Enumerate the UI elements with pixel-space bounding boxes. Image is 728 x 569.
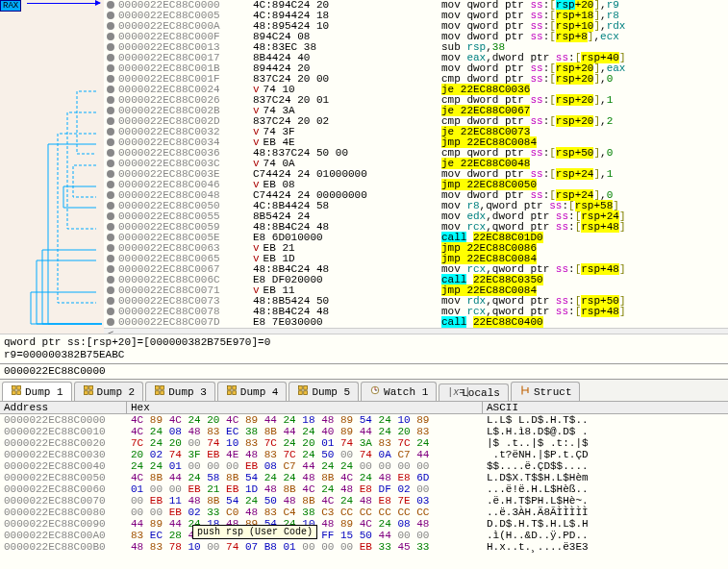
breakpoint-dot-icon[interactable] xyxy=(107,43,114,51)
breakpoint-dot-icon[interactable] xyxy=(107,64,114,72)
tab-dump-4[interactable]: Dump 4 xyxy=(217,382,288,401)
svg-rect-0 xyxy=(13,386,16,390)
dump-addr-cell: 0000022EC88C0090 xyxy=(0,518,127,530)
tab-label: Dump 2 xyxy=(97,386,136,398)
scroll-left-icon[interactable]: < xyxy=(104,329,117,334)
tab-label: Dump 1 xyxy=(25,386,63,398)
tab-label: Struct xyxy=(534,386,572,398)
current-address-label: 0000022EC88C0000 xyxy=(4,365,106,377)
svg-rect-2 xyxy=(13,391,16,395)
breakpoint-dot-icon[interactable] xyxy=(107,244,114,252)
breakpoint-dot-icon[interactable] xyxy=(107,138,114,146)
tab-watch-1[interactable]: Watch 1 xyxy=(361,382,437,401)
dump-hex-cell: 4C 24 08 48 83 EC 38 8B 44 24 40 89 44 2… xyxy=(127,426,483,437)
breakpoint-dot-icon[interactable] xyxy=(107,86,114,93)
breakpoint-dot-icon[interactable] xyxy=(107,96,114,104)
disassembly-table[interactable]: 0000022EC88C0000 4C:894C24 20mov qword p… xyxy=(104,0,728,334)
dump-row[interactable]: 0000022EC88C00A083 EC 28 48 8B 0D 26 44 … xyxy=(0,530,728,541)
breakpoint-dot-icon[interactable] xyxy=(107,22,114,30)
breakpoint-dot-icon[interactable] xyxy=(107,75,114,83)
breakpoint-dot-icon[interactable] xyxy=(107,54,114,62)
breakpoint-dot-icon[interactable] xyxy=(107,255,114,262)
dump-row[interactable]: 0000022EC88C006001 00 00 EB 21 EB 1D 48 … xyxy=(0,483,728,495)
disassembly-panel: RAX 0000022EC88C0000 4C:894C24 20mov qwo… xyxy=(0,0,728,334)
svg-rect-7 xyxy=(88,391,92,395)
info-line-2: r9=000000382B75EABC xyxy=(4,349,724,361)
dump-row[interactable]: 0000022EC88C009044 89 44 24 18 48 89 54 … xyxy=(0,518,728,530)
dump-row[interactable]: 0000022EC88C00104C 24 08 48 83 EC 38 8B … xyxy=(0,426,728,437)
breakpoint-dot-icon[interactable] xyxy=(107,223,114,231)
svg-rect-8 xyxy=(156,386,160,390)
dump-rows[interactable]: push rsp (User Code) 0000022EC88C00004C … xyxy=(0,414,728,553)
svg-rect-14 xyxy=(227,391,231,395)
dump-addr-cell: 0000022EC88C0050 xyxy=(0,472,127,483)
tab-locals[interactable]: |x=|Locals xyxy=(439,383,509,401)
breakpoint-dot-icon[interactable] xyxy=(107,202,114,210)
breakpoint-dot-icon[interactable] xyxy=(107,297,114,305)
breakpoint-dot-icon[interactable] xyxy=(107,265,114,273)
breakpoint-dot-icon[interactable] xyxy=(107,1,114,9)
dump-row[interactable]: 0000022EC88C003020 02 74 3F EB 4E 48 83 … xyxy=(0,449,728,460)
tab-struct[interactable]: Struct xyxy=(511,382,581,401)
tab-dump-1[interactable]: Dump 1 xyxy=(2,382,72,401)
svg-rect-11 xyxy=(161,391,164,395)
dump-row[interactable]: 0000022EC88C004024 24 01 00 00 00 EB 08 … xyxy=(0,460,728,472)
breakpoint-dot-icon[interactable] xyxy=(107,308,114,315)
breakpoint-dot-icon[interactable] xyxy=(107,234,114,241)
dump-addr-cell: 0000022EC88C00A0 xyxy=(0,530,127,541)
dump-header-address[interactable]: Address xyxy=(0,402,127,413)
dump-ascii-cell: H.x..t.¸....ë3E3 xyxy=(483,541,589,553)
dump-row[interactable]: 0000022EC88C008000 00 EB 02 33 C0 48 83 … xyxy=(0,507,728,518)
breakpoint-dot-icon[interactable] xyxy=(107,107,114,114)
dump-row[interactable]: 0000022EC88C00004C 89 4C 24 20 4C 89 44 … xyxy=(0,414,728,426)
info-line-1: qword ptr ss:[rsp+20]=[000000382B75E970]… xyxy=(4,336,724,349)
dump-addr-cell: 0000022EC88C0000 xyxy=(0,414,127,426)
tab-dump-5[interactable]: Dump 5 xyxy=(289,382,359,401)
dump-addr-cell: 0000022EC88C00B0 xyxy=(0,541,127,553)
dump-addr-cell: 0000022EC88C0020 xyxy=(0,437,127,449)
dump-panel: Address Hex ASCII push rsp (User Code) 0… xyxy=(0,402,728,553)
dump-row[interactable]: 0000022EC88C00207C 24 20 00 74 10 83 7C … xyxy=(0,437,728,449)
breakpoint-dot-icon[interactable] xyxy=(107,181,114,188)
dump-ascii-cell: .ë.H.T$PH.L$Hè~. xyxy=(483,495,589,507)
watch-icon xyxy=(369,384,381,399)
disasm-row[interactable]: 0000022EC88C007D E8 7E030000call 22EC88C… xyxy=(104,317,728,328)
svg-rect-13 xyxy=(233,386,237,390)
svg-rect-5 xyxy=(88,386,92,390)
dump-row[interactable]: 0000022EC88C00B048 83 78 10 00 74 07 B8 … xyxy=(0,541,728,553)
address-cell: 0000022EC88C007D xyxy=(104,317,253,328)
breakpoint-dot-icon[interactable] xyxy=(107,276,114,284)
dump-row[interactable]: 0000022EC88C007000 EB 11 48 8B 54 24 50 … xyxy=(0,495,728,507)
dump-ascii-cell: |$ .t..|$ .t:.|$ xyxy=(483,437,589,449)
tab-dump-3[interactable]: Dump 3 xyxy=(145,382,215,401)
breakpoint-dot-icon[interactable] xyxy=(107,191,114,199)
dump-header-ascii[interactable]: ASCII xyxy=(483,402,518,413)
svg-rect-12 xyxy=(227,386,231,390)
dump-ascii-cell: .t?ëNH.|$P.t.ÇD xyxy=(483,449,589,460)
breakpoint-dot-icon[interactable] xyxy=(107,128,114,136)
hover-tooltip: push rsp (User Code) xyxy=(192,525,317,539)
dump-ascii-cell: ...ë!ë.H.L$Hèß.. xyxy=(483,483,589,495)
breakpoint-dot-icon[interactable] xyxy=(107,318,114,326)
dump-header-hex[interactable]: Hex xyxy=(127,402,483,413)
tab-dump-2[interactable]: Dump 2 xyxy=(74,382,144,401)
breakpoint-dot-icon[interactable] xyxy=(107,212,114,220)
svg-rect-4 xyxy=(84,386,88,390)
breakpoint-dot-icon[interactable] xyxy=(107,33,114,40)
dump-icon xyxy=(226,384,238,399)
dump-hex-cell: 00 00 EB 02 33 C0 48 83 C4 38 C3 CC CC C… xyxy=(127,507,483,518)
horizontal-scrollbar[interactable]: < xyxy=(104,328,728,334)
tab-label: Watch 1 xyxy=(384,386,428,398)
dump-ascii-cell: L$.H.ì8.D$@.D$ . xyxy=(483,426,589,437)
dump-ascii-cell: ..ë.3ÀH.Ä8ÃÌÌÌÌÌ xyxy=(483,507,589,518)
breakpoint-dot-icon[interactable] xyxy=(107,160,114,167)
dump-row[interactable]: 0000022EC88C00504C 8B 44 24 58 8B 54 24 … xyxy=(0,472,728,483)
breakpoint-dot-icon[interactable] xyxy=(107,12,114,19)
dump-addr-cell: 0000022EC88C0080 xyxy=(0,507,127,518)
breakpoint-dot-icon[interactable] xyxy=(107,170,114,178)
breakpoint-dot-icon[interactable] xyxy=(107,286,114,294)
struct-icon xyxy=(519,384,531,399)
breakpoint-dot-icon[interactable] xyxy=(107,117,114,125)
breakpoint-dot-icon[interactable] xyxy=(107,149,114,157)
dump-hex-cell: 20 02 74 3F EB 4E 48 83 7C 24 50 00 74 0… xyxy=(127,449,483,460)
